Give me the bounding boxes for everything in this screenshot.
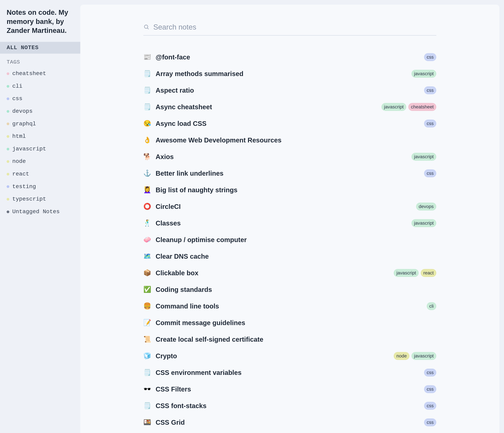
note-row[interactable]: ↔️CSS Media Queriescss xyxy=(143,431,436,433)
sidebar-tag-label: devops xyxy=(12,107,33,115)
note-row[interactable]: 📰@font-facecss xyxy=(143,49,436,65)
sidebar-tag-cheatsheet[interactable]: cheatsheet xyxy=(7,67,74,80)
tag-pill-javascript[interactable]: javascript xyxy=(411,153,436,161)
sidebar-tag-react[interactable]: react xyxy=(7,168,74,180)
note-title: Aspect ratio xyxy=(156,86,419,95)
note-emoji-icon: 📦 xyxy=(143,268,151,277)
note-row[interactable]: 🗒️CSS font-stackscss xyxy=(143,397,436,414)
tag-pill-css[interactable]: css xyxy=(424,402,436,410)
sidebar-tag-cli[interactable]: cli xyxy=(7,80,74,93)
tag-pill-css[interactable]: css xyxy=(424,369,436,376)
note-emoji-icon: 🗒️ xyxy=(143,69,151,78)
note-title: Cleanup / optimise computer xyxy=(156,235,431,244)
note-row[interactable]: ⭕CircleCIdevops xyxy=(143,198,436,215)
note-row[interactable]: 🗒️CSS environment variablescss xyxy=(143,364,436,381)
note-row[interactable]: 👌Awesome Web Development Resources xyxy=(143,132,436,148)
tag-dot-icon xyxy=(7,122,9,125)
sidebar-tag-label: Untagged Notes xyxy=(12,208,60,216)
note-tags: javascriptcheatsheet xyxy=(381,103,436,111)
note-emoji-icon: 📰 xyxy=(143,53,151,61)
sidebar-tag-typescript[interactable]: typescript xyxy=(7,193,74,205)
sidebar-tag-testing[interactable]: testing xyxy=(7,180,74,193)
note-row[interactable]: 🍔Command line toolscli xyxy=(143,298,436,314)
note-row[interactable]: 💆‍♀️Big list of naughty strings xyxy=(143,182,436,198)
tag-pill-css[interactable]: css xyxy=(424,120,436,127)
note-tags: css xyxy=(424,385,436,393)
note-title: Axios xyxy=(156,152,406,161)
note-row[interactable]: 🕺Classesjavascript xyxy=(143,215,436,231)
tag-pill-cheatsheet[interactable]: cheatsheet xyxy=(408,103,436,111)
note-row[interactable]: 📝Commit message guidelines xyxy=(143,314,436,331)
tag-dot-icon xyxy=(7,185,9,188)
sidebar-tag-javascript[interactable]: javascript xyxy=(7,143,74,155)
note-row[interactable]: 🕶️CSS Filterscss xyxy=(143,381,436,397)
note-title: Clear DNS cache xyxy=(156,252,431,261)
note-tags: css xyxy=(424,402,436,410)
tag-pill-css[interactable]: css xyxy=(424,385,436,393)
search-input[interactable] xyxy=(153,23,436,31)
sidebar-tag-devops[interactable]: devops xyxy=(7,105,74,118)
svg-point-1 xyxy=(144,25,148,28)
note-title: Clickable box xyxy=(156,268,389,278)
sidebar-tag-node[interactable]: node xyxy=(7,155,74,168)
sidebar-tag-label: typescript xyxy=(12,195,46,203)
note-row[interactable]: 🧊Cryptonodejavascript xyxy=(143,348,436,364)
tag-pill-javascript[interactable]: javascript xyxy=(411,352,436,360)
note-title: Classes xyxy=(156,219,406,228)
tag-dot-icon xyxy=(7,110,9,113)
note-tags: javascriptreact xyxy=(394,269,436,277)
note-emoji-icon: 🗒️ xyxy=(143,368,151,377)
tag-pill-css[interactable]: css xyxy=(424,169,436,177)
note-row[interactable]: 🗒️Aspect ratiocss xyxy=(143,82,436,99)
note-tags: nodejavascript xyxy=(394,352,436,360)
nav-all-notes[interactable]: ALL NOTES xyxy=(0,42,80,54)
note-emoji-icon: 🗒️ xyxy=(143,86,151,95)
tag-dot-icon xyxy=(7,173,9,175)
note-row[interactable]: 😪Async load CSScss xyxy=(143,115,436,132)
tag-pill-cli[interactable]: cli xyxy=(427,302,436,310)
sidebar-tag-css[interactable]: css xyxy=(7,92,74,105)
tag-pill-css[interactable]: css xyxy=(424,418,436,426)
note-row[interactable]: 🐕Axiosjavascript xyxy=(143,148,436,165)
tag-pill-node[interactable]: node xyxy=(394,352,409,360)
notes-list: 📰@font-facecss🗒️Array methods summarised… xyxy=(143,49,436,433)
note-emoji-icon: 📝 xyxy=(143,318,151,327)
note-title: CSS environment variables xyxy=(156,368,419,377)
note-emoji-icon: 🧼 xyxy=(143,235,151,244)
note-title: Big list of naughty strings xyxy=(156,185,431,194)
tag-pill-javascript[interactable]: javascript xyxy=(411,219,436,227)
note-title: @font-face xyxy=(156,53,419,62)
note-row[interactable]: 🗒️Async cheatsheetjavascriptcheatsheet xyxy=(143,99,436,115)
note-title: CSS Grid xyxy=(156,418,419,427)
sidebar-tag-untagged[interactable]: Untagged Notes xyxy=(7,205,74,218)
note-title: Async load CSS xyxy=(156,119,419,128)
sidebar-tag-label: html xyxy=(12,132,26,140)
tag-pill-devops[interactable]: devops xyxy=(416,203,436,210)
note-row[interactable]: 📦Clickable boxjavascriptreact xyxy=(143,265,436,281)
note-emoji-icon: 🍱 xyxy=(143,418,151,427)
note-row[interactable]: 🍱CSS Gridcss xyxy=(143,414,436,431)
sidebar-tag-html[interactable]: html xyxy=(7,130,74,143)
tag-pill-css[interactable]: css xyxy=(424,53,436,61)
note-row[interactable]: 🗺️Clear DNS cache xyxy=(143,248,436,265)
note-tags: javascript xyxy=(411,219,436,227)
note-title: CSS font-stacks xyxy=(156,401,419,410)
tag-pill-javascript[interactable]: javascript xyxy=(411,70,436,78)
note-title: Awesome Web Development Resources xyxy=(156,136,431,145)
tag-pill-javascript[interactable]: javascript xyxy=(394,269,419,277)
note-emoji-icon: 🐕 xyxy=(143,152,151,161)
note-row[interactable]: 📜Create local self-signed certificate xyxy=(143,331,436,348)
note-emoji-icon: 🗒️ xyxy=(143,102,151,111)
note-row[interactable]: 🗒️Array methods summarisedjavascript xyxy=(143,65,436,82)
note-row[interactable]: ✅Coding standards xyxy=(143,281,436,298)
note-emoji-icon: 😪 xyxy=(143,119,151,128)
note-emoji-icon: 🕶️ xyxy=(143,385,151,394)
tag-pill-react[interactable]: react xyxy=(421,269,436,277)
note-row[interactable]: ⚓Better link underlinescss xyxy=(143,165,436,182)
note-row[interactable]: 🧼Cleanup / optimise computer xyxy=(143,231,436,248)
note-tags: cli xyxy=(427,302,436,310)
tag-pill-css[interactable]: css xyxy=(424,86,436,94)
tag-dot-icon xyxy=(7,85,9,88)
tag-pill-javascript[interactable]: javascript xyxy=(381,103,406,111)
sidebar-tag-graphql[interactable]: graphql xyxy=(7,118,74,130)
